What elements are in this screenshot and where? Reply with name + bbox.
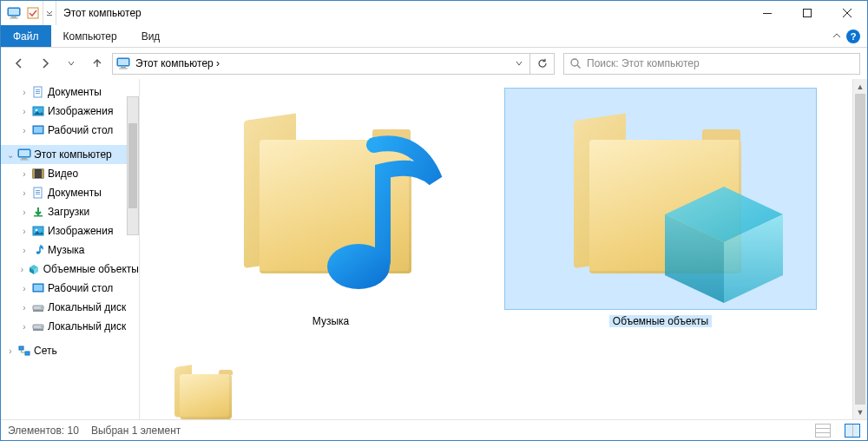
tree-item[interactable]: ›Рабочий стол xyxy=(1,121,139,140)
svg-rect-1 xyxy=(9,9,19,15)
svg-rect-31 xyxy=(36,194,40,194)
svg-rect-42 xyxy=(33,310,43,312)
svg-point-12 xyxy=(571,59,578,66)
dl-icon xyxy=(31,205,45,219)
navigation-pane: ›Документы›Изображения›Рабочий стол⌄Этот… xyxy=(1,79,140,419)
net-icon xyxy=(17,344,31,358)
items-view[interactable]: Музыка xyxy=(140,79,867,419)
address-dropdown-icon[interactable] xyxy=(510,59,528,68)
recent-dropdown[interactable] xyxy=(60,52,82,75)
back-button[interactable] xyxy=(8,52,30,75)
search-box[interactable]: Поиск: Этот компьютер xyxy=(563,53,860,75)
tree-item-label: Рабочий стол xyxy=(48,124,113,136)
details-view-button[interactable] xyxy=(815,424,831,438)
tree-item[interactable]: ›Музыка xyxy=(1,240,139,260)
svg-rect-10 xyxy=(121,67,126,69)
vertical-scrollbar[interactable]: ▲▼ xyxy=(852,79,867,419)
tree-item[interactable]: ›Изображения xyxy=(1,221,139,240)
svg-rect-22 xyxy=(19,150,30,156)
tree-item[interactable]: ⌄Этот компьютер xyxy=(1,145,139,164)
chevron-icon[interactable]: › xyxy=(20,188,29,198)
chevron-icon[interactable]: ⌄ xyxy=(6,150,15,160)
window-title: Этот компьютер xyxy=(58,7,141,19)
tree-item[interactable]: ›Локальный диск xyxy=(1,298,139,317)
tab-computer[interactable]: Компьютер xyxy=(51,25,129,47)
svg-rect-48 xyxy=(25,352,30,355)
tree-item[interactable]: ›Локальный диск xyxy=(1,317,139,336)
chevron-icon[interactable]: › xyxy=(20,169,29,179)
minimize-button[interactable] xyxy=(747,1,787,25)
tree-item-label: Изображения xyxy=(48,225,113,237)
tree-item[interactable]: ›Загрузки xyxy=(1,202,139,221)
pc-icon xyxy=(6,5,22,21)
sidebar-scrollbar[interactable] xyxy=(127,96,139,235)
chevron-icon[interactable]: › xyxy=(20,107,29,116)
svg-point-34 xyxy=(36,229,38,232)
forward-button[interactable] xyxy=(34,52,56,75)
svg-rect-11 xyxy=(119,69,128,69)
chevron-icon[interactable]: › xyxy=(20,88,29,97)
properties-icon[interactable] xyxy=(25,5,41,21)
large-icons-view-button[interactable] xyxy=(845,424,860,438)
tree-item-label: Локальный диск xyxy=(48,301,126,313)
svg-rect-3 xyxy=(10,18,18,19)
chevron-icon[interactable]: › xyxy=(20,284,29,293)
close-button[interactable] xyxy=(827,1,867,25)
chevron-icon[interactable]: › xyxy=(20,322,29,332)
tab-view[interactable]: Вид xyxy=(129,25,173,47)
refresh-button[interactable] xyxy=(530,53,555,75)
tree-item-label: Документы xyxy=(48,187,102,199)
tree-item-label: Видео xyxy=(48,168,78,180)
svg-point-49 xyxy=(327,244,390,289)
folder-item-music[interactable]: Музыка xyxy=(174,88,487,327)
tree-item[interactable]: ›Сеть xyxy=(1,341,139,360)
title-bar: Этот компьютер xyxy=(1,1,867,25)
tree-item[interactable]: ›Рабочий стол xyxy=(1,279,139,298)
chevron-icon[interactable]: › xyxy=(6,346,15,356)
address-bar[interactable]: Этот компьютер › xyxy=(112,53,530,75)
chevron-icon[interactable]: › xyxy=(20,246,29,255)
svg-rect-6 xyxy=(763,13,772,14)
ribbon-expand-icon[interactable] xyxy=(832,32,841,41)
folder-icon xyxy=(174,88,487,310)
svg-rect-40 xyxy=(34,285,43,291)
folder-item-3d-objects[interactable]: Объемные объекты xyxy=(504,88,817,327)
svg-rect-16 xyxy=(36,93,40,94)
tree-item[interactable]: ›Объемные объекты xyxy=(1,260,139,279)
svg-rect-15 xyxy=(36,91,40,92)
pc-icon xyxy=(17,148,31,161)
doc-icon xyxy=(31,186,45,200)
svg-rect-27 xyxy=(42,169,43,178)
chevron-icon[interactable]: › xyxy=(20,207,29,217)
tree-item[interactable]: ›Документы xyxy=(1,183,139,202)
desk-icon xyxy=(31,123,45,137)
tree-item[interactable]: ›Изображения xyxy=(1,102,139,121)
doc-icon xyxy=(31,85,45,99)
svg-rect-20 xyxy=(34,127,43,133)
svg-rect-30 xyxy=(36,192,40,193)
drive-icon xyxy=(31,319,45,333)
chevron-icon[interactable]: › xyxy=(20,227,29,236)
qat-dropdown[interactable] xyxy=(43,1,56,25)
tree-item-label: Загрузки xyxy=(48,206,89,218)
tab-file[interactable]: Файл xyxy=(1,25,51,47)
svg-point-35 xyxy=(36,251,41,253)
tree-item[interactable]: ›Видео xyxy=(1,164,139,183)
folder-item-partial[interactable] xyxy=(174,367,235,419)
music-icon xyxy=(31,243,45,257)
quick-access-toolbar xyxy=(1,5,41,21)
up-button[interactable] xyxy=(86,52,108,75)
tree-item[interactable]: ›Документы xyxy=(1,82,139,102)
explorer-window: Этот компьютер Файл Компьютер Вид ? Этот… xyxy=(0,0,868,441)
maximize-button[interactable] xyxy=(787,1,827,25)
music-note-icon xyxy=(313,128,452,301)
item-label: Музыка xyxy=(312,315,349,327)
chevron-icon[interactable]: › xyxy=(20,126,29,135)
svg-rect-14 xyxy=(36,89,40,90)
help-icon[interactable]: ? xyxy=(846,30,860,43)
chevron-icon[interactable]: › xyxy=(20,303,29,313)
chevron-icon[interactable]: › xyxy=(20,265,24,274)
item-label: Объемные объекты xyxy=(609,315,712,327)
folder-icon xyxy=(504,88,817,310)
cube-icon xyxy=(657,180,792,310)
